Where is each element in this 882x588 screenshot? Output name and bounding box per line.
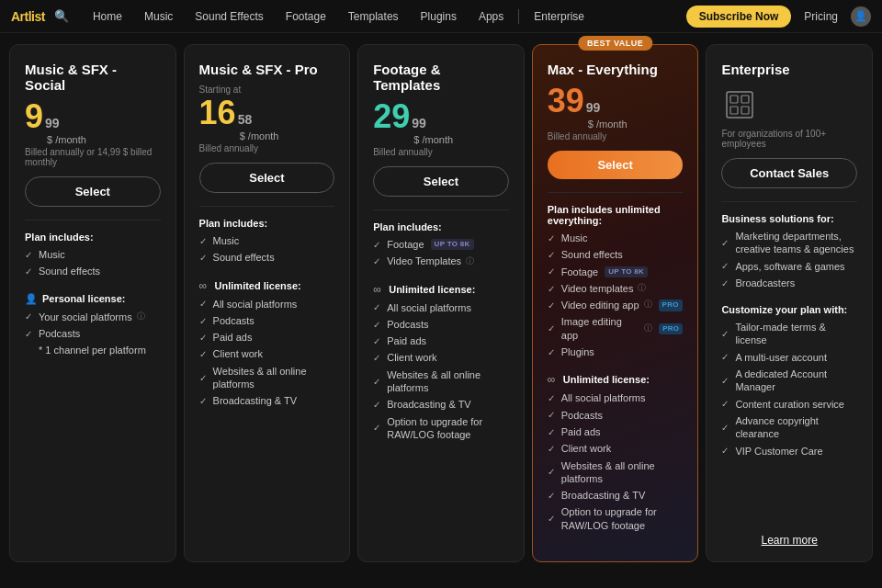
plan-social-features: ✓Music ✓Sound effects [25, 248, 161, 282]
plan-social-currency: $ /month [47, 134, 86, 145]
nav-templates[interactable]: Templates [337, 0, 410, 33]
plan-pro-features: ✓Music ✓Sound effects [199, 234, 335, 268]
plan-footage-billed: Billed annually [373, 147, 509, 157]
list-item: ✓Client work [373, 351, 509, 364]
list-item: ✓Advance copyright clearance [721, 414, 857, 441]
check-icon: ✓ [373, 399, 382, 411]
plan-social-select-button[interactable]: Select [25, 176, 161, 207]
nav-home[interactable]: Home [82, 0, 133, 33]
check-icon: ✓ [373, 255, 382, 267]
nav-sound-effects[interactable]: Sound Effects [184, 0, 275, 33]
plan-footage-price: 29 [373, 100, 410, 133]
plan-max-license-features: ✓All social platforms ✓Podcasts ✓Paid ad… [548, 391, 684, 536]
plan-enterprise-contact-button[interactable]: Contact Sales [721, 158, 857, 188]
check-icon: ✓ [721, 351, 730, 363]
list-item: ✓Podcasts [199, 314, 335, 327]
list-item: ✓Sound effects [199, 251, 335, 264]
plan-enterprise-description: For organizations of 100+ employees [721, 129, 857, 149]
svg-rect-2 [741, 96, 749, 103]
person-icon: 👤 [25, 293, 38, 305]
list-item: ✓Websites & all online platforms [373, 368, 509, 395]
list-item: ✓Sound effects [25, 265, 161, 277]
list-item: ✓Podcasts [25, 327, 161, 340]
list-item: ✓Option to upgrade for RAW/LOG footage [373, 415, 509, 442]
plan-footage-select-button[interactable]: Select [373, 166, 509, 197]
nav-plugins[interactable]: Plugins [410, 0, 468, 33]
check-icon: ✓ [25, 311, 34, 322]
plan-social-price: 9 [25, 100, 43, 133]
check-icon: ✓ [373, 239, 382, 251]
badge-pro: PRO [659, 323, 683, 334]
plan-footage-section1-label: Plan includes: [373, 221, 509, 232]
check-icon: ✓ [548, 490, 557, 502]
list-item: ✓Tailor-made terms & license [721, 321, 857, 347]
plan-footage-currency: $ /month [413, 134, 453, 145]
avatar[interactable]: 👤 [851, 6, 871, 27]
check-icon: ✓ [199, 315, 209, 327]
plan-max-select-button[interactable]: Select [548, 151, 684, 179]
subscribe-button[interactable]: Subscribe Now [686, 6, 792, 28]
nav-music[interactable]: Music [133, 0, 184, 33]
list-item: ✓Broadcasting & TV [199, 394, 335, 407]
list-item: ✓Client work [199, 347, 335, 360]
plan-max-features: ✓Music ✓Sound effects ✓FootageUP TO 8K ✓… [548, 232, 684, 362]
nav-footage[interactable]: Footage [275, 0, 337, 33]
plan-social-price-row: 9 99 $ /month [25, 100, 161, 145]
info-icon[interactable]: ⓘ [137, 311, 145, 322]
check-icon: ✓ [721, 277, 730, 289]
list-item: * 1 channel per platform [25, 344, 161, 356]
list-item: ✓Podcasts [373, 318, 509, 331]
check-icon: ✓ [721, 445, 730, 457]
list-item: ✓Broadcasting & TV [373, 398, 509, 411]
plan-pro-title: Music & SFX - Pro [199, 62, 335, 77]
check-icon: ✓ [721, 398, 730, 410]
check-icon: ✓ [548, 232, 557, 244]
plan-pro-license-features: ✓All social platforms ✓Podcasts ✓Paid ad… [199, 298, 335, 412]
learn-more-link[interactable]: Learn more [721, 526, 857, 547]
check-icon: ✓ [548, 466, 557, 478]
list-item: ✓Video Templates ⓘ [373, 254, 509, 267]
list-item: ✓Music [199, 234, 335, 247]
svg-rect-3 [730, 107, 738, 114]
list-item: ✓All social platforms [373, 301, 509, 314]
list-item: ✓Music [548, 232, 684, 244]
check-icon: ✓ [548, 300, 557, 311]
info-icon[interactable]: ⓘ [644, 323, 652, 334]
plan-pro-price: 16 [199, 96, 236, 130]
info-icon[interactable]: ⓘ [644, 300, 652, 311]
infinite-icon: ∞ [199, 279, 210, 292]
list-item: ✓Option to upgrade for RAW/LOG footage [548, 505, 684, 532]
check-icon: ✓ [548, 283, 557, 295]
plan-footage-divider [373, 209, 509, 210]
search-icon[interactable]: 🔍 [54, 9, 69, 23]
building-icon [721, 85, 857, 121]
list-item: ✓Broadcasters [721, 277, 857, 289]
plan-footage-price-row: 29 99 $ /month [373, 100, 509, 145]
check-icon: ✓ [721, 375, 730, 387]
list-item: ✓Apps, software & games [721, 260, 857, 273]
check-icon: ✓ [548, 513, 557, 525]
check-icon: ✓ [721, 328, 730, 340]
check-icon: ✓ [548, 392, 557, 404]
nav-enterprise[interactable]: Enterprise [523, 0, 595, 33]
check-icon: ✓ [721, 237, 730, 249]
check-icon: ✓ [373, 319, 382, 331]
info-icon[interactable]: ⓘ [466, 256, 474, 267]
infinite-icon: ∞ [373, 283, 384, 296]
nav-apps[interactable]: Apps [468, 0, 514, 33]
pricing-link[interactable]: Pricing [798, 10, 843, 23]
infinite-icon: ∞ [548, 373, 559, 386]
plan-pro-select-button[interactable]: Select [199, 163, 335, 193]
nav-right: Subscribe Now Pricing 👤 [686, 6, 871, 28]
best-value-badge: BEST VALUE [578, 36, 652, 51]
check-icon: ✓ [25, 266, 34, 277]
plan-social-title: Music & SFX - Social [25, 62, 161, 93]
plan-enterprise: Enterprise For organizations of 100+ emp… [706, 44, 873, 562]
info-icon[interactable]: ⓘ [638, 283, 646, 294]
logo[interactable]: Artlist [11, 9, 45, 24]
plan-pro-section1-label: Plan includes: [199, 218, 335, 229]
svg-rect-1 [730, 96, 738, 103]
check-icon: ✓ [548, 443, 557, 455]
plan-footage: Footage & Templates 29 99 $ /month Bille… [357, 44, 525, 562]
check-icon: ✓ [199, 395, 209, 407]
